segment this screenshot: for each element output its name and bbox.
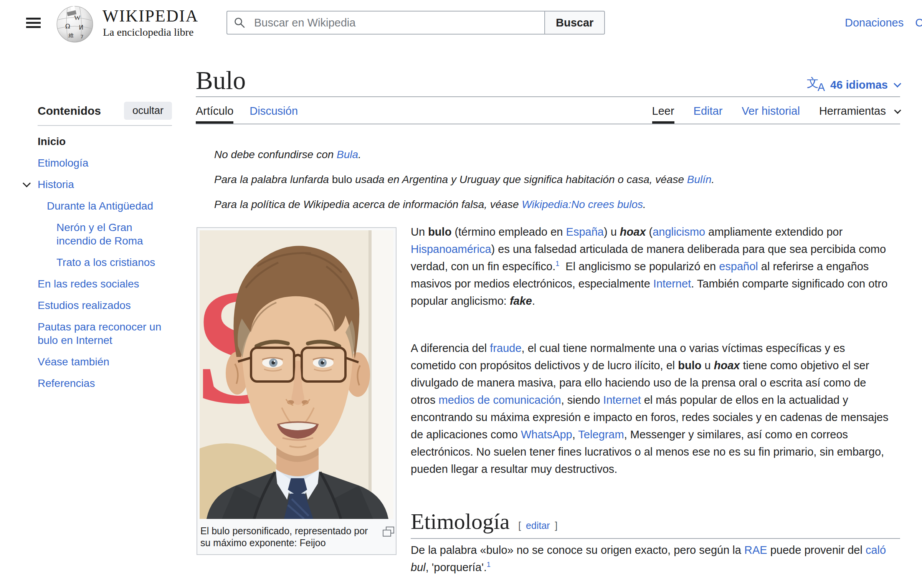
sidebar-item[interactable]: Pautas para reconocer un bulo en Interne… [38, 320, 172, 347]
text-segment: fake [510, 295, 532, 307]
edit-section-link[interactable]: editar [526, 520, 550, 531]
reference-link[interactable]: 1 [555, 260, 559, 268]
bracket-close: ] [555, 520, 558, 531]
inline-link[interactable]: Bulín [687, 173, 712, 185]
sidebar-item-label: Durante la Antigüedad [47, 200, 153, 212]
sidebar-item-label: Véase también [38, 356, 109, 368]
inline-link[interactable]: WhatsApp [521, 428, 572, 441]
sidebar-item-label: Nerón y el Gran incendio de Roma [56, 221, 143, 247]
text-segment: , siendo [561, 394, 603, 406]
sidebar-item[interactable]: Estudios realizados [38, 299, 172, 312]
text-segment: bulo [678, 359, 701, 372]
view-tabs: Leer Editar Ver historial Herramientas [633, 105, 900, 124]
sidebar-item[interactable]: Inicio [38, 135, 172, 148]
text-segment: ampliamente extendido por [705, 226, 843, 238]
language-selector[interactable]: 文A 46 idiomas [807, 77, 900, 93]
thumbnail-caption: El bulo personificado, representado por … [200, 520, 395, 552]
inline-link[interactable]: medios de comunicación [439, 394, 561, 406]
sidebar-item-label: Trato a los cristianos [56, 256, 155, 268]
toc-hide-button[interactable]: ocultar [124, 102, 172, 120]
inline-link[interactable]: RAE [744, 544, 767, 556]
hatnote: No debe confundirse con Bula. [214, 147, 901, 163]
article-paragraph: De la palabra «bulo» no se conoce su ori… [411, 542, 892, 576]
chevron-down-icon[interactable] [23, 179, 31, 187]
article-tab[interactable]: Discusión [250, 105, 298, 124]
sidebar-item[interactable]: Etimología [38, 156, 172, 170]
search-bar: Buscar [226, 11, 605, 35]
hatnotes: No debe confundirse con Bula. Para la pa… [214, 147, 901, 221]
text-segment: . [712, 173, 715, 185]
bracket-open: [ [518, 520, 521, 531]
hatnote: Para la política de Wikipedia acerca de … [214, 197, 901, 213]
text-segment: bulo [428, 226, 451, 238]
text-segment: hoax [714, 359, 740, 372]
sidebar-item[interactable]: Trato a los cristianos [38, 256, 172, 269]
enlarge-icon[interactable] [383, 527, 394, 539]
sidebar-item[interactable]: Historia [38, 178, 172, 191]
sidebar-item-label: Estudios realizados [38, 299, 131, 311]
inline-link[interactable]: fraude [490, 342, 521, 354]
sidebar-item[interactable]: Nerón y el Gran incendio de Roma [38, 221, 172, 248]
text-segment: usada en Argentina y Uruguay que signifi… [352, 173, 687, 185]
sidebar-item[interactable]: En las redes sociales [38, 277, 172, 291]
wikipedia-globe-icon: W Ω И 維 7 [55, 3, 95, 43]
sidebar-item-label: Etimología [38, 157, 88, 169]
view-tab[interactable]: Editar [694, 105, 723, 124]
inline-link[interactable]: Wikipedia:No crees bulos [522, 198, 643, 210]
svg-text:W: W [74, 14, 81, 21]
inline-link[interactable]: caló [866, 544, 886, 556]
inline-link[interactable]: Bula [337, 149, 358, 160]
toc-header: Contenidos ocultar [38, 102, 172, 120]
hamburger-menu-icon[interactable] [26, 18, 41, 28]
toc-title: Contenidos [38, 104, 101, 117]
inline-link[interactable]: Internet [653, 277, 691, 290]
create-account-link[interactable]: Cre [915, 17, 922, 29]
view-tab[interactable]: Leer [652, 105, 674, 124]
text-segment: . [643, 198, 646, 210]
page-title: Bulo [196, 65, 900, 95]
caption-text: El bulo personificado, representado por … [200, 525, 368, 548]
search-input[interactable] [226, 11, 544, 35]
sidebar-item[interactable]: Referencias [38, 377, 172, 390]
inline-link[interactable]: España [566, 226, 604, 238]
language-count: 46 idiomas [830, 79, 888, 91]
header-links: Donaciones Cre [845, 17, 922, 29]
text-segment: , 'porquería'. [426, 561, 487, 573]
inline-link[interactable]: Internet [603, 394, 641, 406]
inline-link[interactable]: Hispanoamérica [411, 243, 491, 255]
article-paragraph: Un bulo (término empleado en España) u h… [411, 223, 892, 310]
sidebar-item-label: Inicio [38, 135, 66, 147]
view-tab[interactable]: Ver historial [742, 105, 800, 124]
edit-section: [ editar ] [518, 520, 557, 531]
view-tab[interactable]: Herramientas [819, 105, 900, 124]
text-segment: Un [411, 226, 428, 238]
article-tab[interactable]: Artículo [196, 105, 233, 124]
reference-link[interactable]: 1 [487, 561, 491, 568]
text-segment: . [532, 295, 535, 307]
sidebar-item[interactable]: Véase también [38, 355, 172, 368]
wikipedia-logo[interactable]: W Ω И 維 7 WIKIPEDIA La enciclopedia libr… [55, 3, 220, 43]
svg-text:И: И [79, 24, 83, 31]
inline-link[interactable]: Telegram [578, 428, 624, 441]
inline-link[interactable]: anglicismo [653, 226, 705, 238]
donations-link[interactable]: Donaciones [845, 17, 904, 29]
sidebar-item-label: Referencias [38, 377, 95, 389]
toc-divider [38, 125, 172, 126]
feijoo-portrait-image[interactable]: S [200, 230, 393, 519]
svg-text:7: 7 [81, 34, 84, 40]
text-segment: No debe confundirse con [214, 149, 337, 160]
inline-link[interactable]: español [719, 260, 758, 273]
sidebar-item[interactable]: Durante la Antigüedad [38, 199, 172, 213]
toc-list: Inicio Etimología Historia Durante la An… [38, 135, 172, 390]
article-thumbnail: S [197, 227, 397, 555]
article-tab-bar: Artículo Discusión Leer Editar Ver histo… [196, 97, 900, 124]
search-button[interactable]: Buscar [544, 11, 605, 35]
text-segment: . [358, 149, 361, 160]
chevron-down-icon [894, 80, 901, 88]
sidebar-item-label: Pautas para reconocer un bulo en Interne… [38, 321, 161, 346]
sidebar-item-label: En las redes sociales [38, 278, 139, 290]
text-segment: hoax [620, 226, 646, 238]
text-segment: ( [646, 226, 653, 238]
text-segment: Para la política de Wikipedia acerca de … [214, 198, 522, 210]
wikipedia-page: W Ω И 維 7 WIKIPEDIA La enciclopedia libr… [0, 0, 922, 588]
